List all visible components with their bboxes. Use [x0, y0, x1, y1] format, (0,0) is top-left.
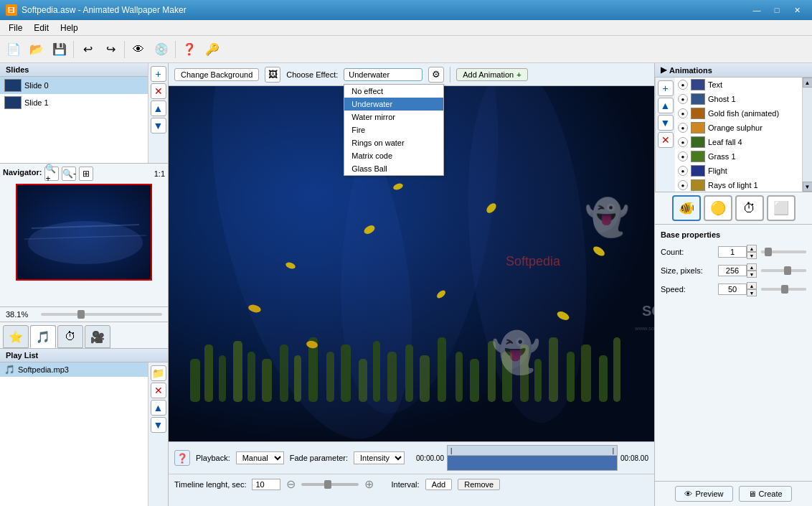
remove-slide-button[interactable]: ✕: [151, 83, 166, 99]
count-slider[interactable]: [761, 250, 806, 253]
menu-edit[interactable]: Edit: [28, 22, 55, 34]
move-track-up-button[interactable]: ▲: [151, 400, 166, 416]
playlist-item-0[interactable]: 🎵 Softpedia.mp3: [0, 362, 148, 377]
count-up-button[interactable]: ▲: [747, 245, 757, 252]
speed-slider[interactable]: [761, 288, 806, 291]
remove-interval-button[interactable]: Remove: [458, 479, 500, 490]
eye-icon-text[interactable]: ●: [678, 80, 688, 90]
eye-icon-flight[interactable]: ●: [678, 166, 688, 176]
speed-down-button[interactable]: ▼: [747, 289, 757, 296]
menu-help[interactable]: Help: [55, 22, 84, 34]
slide-item-1[interactable]: Slide 1: [0, 94, 148, 111]
scroll-down-button[interactable]: ▼: [803, 182, 813, 192]
help-toolbar-button[interactable]: ❓: [179, 39, 200, 60]
add-interval-button[interactable]: Add: [425, 479, 453, 490]
add-folder-button[interactable]: 📁: [151, 365, 166, 381]
zoom-slider[interactable]: [41, 313, 162, 316]
timeline-length-input[interactable]: [252, 479, 280, 490]
timeline-bar[interactable]: | |: [447, 445, 618, 471]
count-down-button[interactable]: ▼: [747, 252, 757, 259]
maximize-button[interactable]: □: [768, 3, 786, 17]
tab-favorites[interactable]: ⭐: [3, 325, 29, 348]
anim-type-motion[interactable]: 🐠: [672, 195, 701, 221]
interval-label: Interval:: [391, 480, 419, 489]
anim-item-grass[interactable]: ● Grass 1: [675, 149, 802, 164]
anim-item-flight[interactable]: ● Flight: [675, 164, 802, 178]
size-up-button[interactable]: ▲: [747, 263, 757, 271]
redo-button[interactable]: ↪: [100, 39, 121, 60]
move-track-down-button[interactable]: ▼: [151, 417, 166, 433]
main-layout: Slides Slide 0 Slide 1 + ✕ ▲ ▼: [0, 63, 812, 506]
menu-file[interactable]: File: [3, 22, 28, 34]
eye-icon-leaf[interactable]: ●: [678, 137, 688, 147]
effect-option-rings[interactable]: Rings on water: [344, 136, 443, 149]
size-down-button[interactable]: ▼: [747, 271, 757, 278]
eye-icon-ghost1[interactable]: ●: [678, 94, 688, 104]
close-button[interactable]: ✕: [788, 3, 806, 17]
save-button[interactable]: 💾: [49, 39, 70, 60]
anim-down-button[interactable]: ▼: [658, 115, 674, 131]
speed-up-button[interactable]: ▲: [747, 282, 757, 289]
add-anim-ctrl-button[interactable]: +: [658, 80, 674, 96]
count-input[interactable]: [718, 246, 747, 258]
anim-item-rays[interactable]: ● Rays of light 1: [675, 178, 802, 192]
eye-icon-rays[interactable]: ●: [678, 180, 688, 190]
effect-option-matrix[interactable]: Matrix code: [344, 149, 443, 162]
settings-icon[interactable]: ⚙: [428, 67, 444, 83]
effect-option-glass[interactable]: Glass Ball: [344, 162, 443, 175]
tab-music[interactable]: 🎵: [30, 325, 56, 348]
add-slide-button[interactable]: +: [151, 66, 166, 82]
zoom-out-button[interactable]: 🔍-: [62, 167, 76, 181]
eye-icon-grass[interactable]: ●: [678, 151, 688, 161]
key-button[interactable]: 🔑: [202, 39, 223, 60]
anim-item-goldfish[interactable]: ● Gold fish (animated): [675, 106, 802, 121]
slide-item-0[interactable]: Slide 0: [0, 77, 148, 94]
anim-item-text[interactable]: ● Text: [675, 78, 802, 92]
effect-option-water-mirror[interactable]: Water mirror: [344, 111, 443, 123]
move-down-slide-button[interactable]: ▼: [151, 118, 166, 133]
fit-button[interactable]: ⊞: [79, 167, 93, 181]
zoom-minus-icon[interactable]: ⊖: [286, 477, 296, 491]
anim-type-color[interactable]: 🟡: [704, 195, 732, 221]
anim-item-ghost1[interactable]: ● Ghost 1: [675, 92, 802, 106]
timeline-zoom-slider[interactable]: [301, 483, 359, 486]
background-icon[interactable]: 🖼: [265, 67, 280, 83]
eye-icon-goldfish[interactable]: ●: [678, 108, 688, 118]
preview-toolbar-button[interactable]: 👁: [128, 39, 149, 60]
effect-option-no-effect[interactable]: No effect: [344, 85, 443, 98]
svg-rect-11: [247, 352, 255, 402]
speed-input[interactable]: [718, 284, 747, 295]
new-button[interactable]: 📄: [3, 39, 24, 60]
effect-option-fire[interactable]: Fire: [344, 123, 443, 136]
effect-select[interactable]: Underwater: [344, 68, 422, 81]
add-animation-button[interactable]: Add Animation +: [456, 68, 527, 81]
sep: [450, 67, 450, 83]
anim-type-timing[interactable]: ⏱: [735, 195, 764, 221]
playback-select[interactable]: Manual Auto Loop: [236, 451, 284, 464]
tab-video[interactable]: 🎥: [85, 325, 110, 348]
export-button[interactable]: 💿: [151, 39, 172, 60]
preview-button[interactable]: 👁 Preview: [675, 486, 732, 502]
eye-icon-orange[interactable]: ●: [678, 123, 688, 133]
fade-select[interactable]: Intensity: [354, 451, 405, 464]
help-icon-bottom[interactable]: ❓: [174, 450, 190, 466]
move-up-slide-button[interactable]: ▲: [151, 100, 166, 116]
anim-item-orange[interactable]: ● Orange sulphur: [675, 121, 802, 135]
change-background-button[interactable]: Change Background: [174, 68, 259, 81]
anim-type-transform[interactable]: ⬜: [767, 195, 796, 221]
scroll-up-button[interactable]: ▲: [803, 78, 813, 88]
size-input[interactable]: [718, 265, 747, 276]
effect-option-underwater[interactable]: Underwater: [344, 98, 443, 111]
minimize-button[interactable]: —: [747, 3, 766, 17]
tab-timer[interactable]: ⏱: [57, 325, 83, 348]
zoom-in-button[interactable]: 🔍+: [44, 167, 59, 181]
open-button[interactable]: 📂: [26, 39, 47, 60]
anim-item-leaf[interactable]: ● Leaf fall 4: [675, 135, 802, 149]
size-slider[interactable]: [761, 269, 806, 272]
remove-track-button[interactable]: ✕: [151, 383, 166, 398]
anim-up-button[interactable]: ▲: [658, 98, 674, 113]
remove-anim-button[interactable]: ✕: [658, 132, 674, 148]
undo-button[interactable]: ↩: [77, 39, 98, 60]
create-button[interactable]: 🖥 Create: [739, 486, 792, 502]
zoom-plus-icon[interactable]: ⊕: [364, 477, 374, 491]
